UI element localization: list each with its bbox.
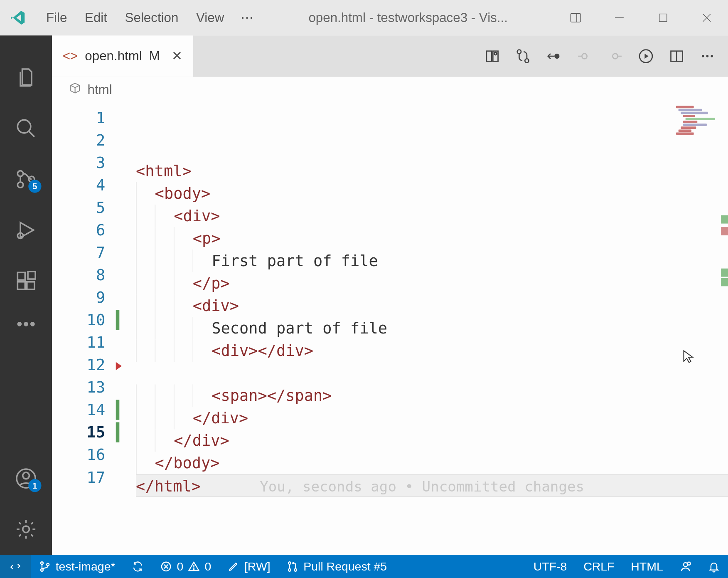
tab-close-icon[interactable]: ✕ xyxy=(172,49,182,64)
search-icon[interactable] xyxy=(0,103,52,153)
minimap[interactable] xyxy=(674,105,723,141)
svg-rect-15 xyxy=(28,272,35,279)
code-line[interactable] xyxy=(136,497,728,519)
eol-indicator[interactable]: CRLF xyxy=(575,555,622,578)
line-number: 12 xyxy=(52,353,105,376)
scm-badge: 5 xyxy=(28,180,41,193)
menu-more-icon[interactable]: ⋯ xyxy=(241,10,253,25)
code-line[interactable]: First part of file xyxy=(136,249,728,272)
tab-bar: <> open.html M ✕ xyxy=(52,35,728,77)
source-control-icon[interactable]: 5 xyxy=(0,154,52,205)
svg-point-24 xyxy=(494,52,497,55)
rw-label: [RW] xyxy=(244,560,271,573)
line-number: 10 xyxy=(52,309,105,331)
notifications-icon[interactable] xyxy=(700,555,728,578)
menu-view[interactable]: View xyxy=(196,10,224,25)
editor-more-icon[interactable] xyxy=(698,47,716,65)
errors-count: 0 xyxy=(177,560,183,573)
breadcrumb-item[interactable]: html xyxy=(87,82,112,98)
remote-indicator-icon[interactable] xyxy=(0,555,31,578)
svg-rect-12 xyxy=(17,272,25,280)
line-number: 11 xyxy=(52,331,105,353)
code-line[interactable]: <span></span> xyxy=(136,384,728,407)
vscode-logo-icon xyxy=(8,8,27,27)
code-line[interactable]: </body> xyxy=(136,452,728,474)
problems-indicator[interactable]: 0 0 xyxy=(152,555,219,578)
gutter-decorations xyxy=(116,103,122,555)
accounts-badge: 1 xyxy=(28,479,41,492)
html-file-icon: <> xyxy=(63,49,78,64)
run-debug-icon[interactable] xyxy=(0,205,52,255)
code-line[interactable]: </div> xyxy=(136,407,728,429)
activity-bar: 5 1 xyxy=(0,35,52,555)
menu-file[interactable]: File xyxy=(46,10,67,25)
editor-area[interactable]: 1234567891011121314151617 <html><body><d… xyxy=(52,103,728,555)
code-line[interactable]: Second part of file xyxy=(136,317,728,339)
minimize-button[interactable] xyxy=(606,6,632,30)
nav-back-icon[interactable] xyxy=(576,47,593,65)
encoding-indicator[interactable]: UTF-8 xyxy=(525,555,575,578)
code-line[interactable]: </html>You, seconds ago • Uncommitted ch… xyxy=(136,474,728,497)
maximize-button[interactable] xyxy=(650,6,676,30)
breadcrumb[interactable]: html xyxy=(52,77,728,103)
feedback-icon[interactable] xyxy=(671,555,700,578)
explorer-icon[interactable] xyxy=(0,52,52,103)
line-number: 15 xyxy=(52,421,105,444)
line-number: 9 xyxy=(52,286,105,309)
settings-gear-icon[interactable] xyxy=(0,504,52,555)
language-indicator[interactable]: HTML xyxy=(622,555,671,578)
svg-point-50 xyxy=(295,569,297,571)
close-button[interactable] xyxy=(694,6,720,30)
accounts-icon[interactable]: 1 xyxy=(0,453,52,504)
run-icon[interactable] xyxy=(637,47,655,65)
eol-label: CRLF xyxy=(583,560,614,573)
svg-point-47 xyxy=(194,569,194,570)
more-views-icon[interactable] xyxy=(0,306,52,342)
line-number: 8 xyxy=(52,264,105,286)
line-number-gutter: 1234567891011121314151617 xyxy=(52,103,116,555)
svg-point-18 xyxy=(31,323,34,326)
code-line[interactable]: <div></div> xyxy=(136,339,728,362)
code-line[interactable]: <body> xyxy=(136,182,728,205)
line-number: 2 xyxy=(52,129,105,151)
code-line[interactable]: <div> xyxy=(136,205,728,227)
svg-point-17 xyxy=(25,323,27,326)
menu-selection[interactable]: Selection xyxy=(125,10,179,25)
branch-indicator[interactable]: test-image* xyxy=(31,555,124,578)
warnings-count: 0 xyxy=(204,560,211,573)
prev-change-icon[interactable] xyxy=(545,47,563,65)
nav-forward-icon[interactable] xyxy=(606,47,624,65)
pull-request-indicator[interactable]: Pull Request #5 xyxy=(279,555,395,578)
tab-modified-flag: M xyxy=(149,49,160,64)
layout-toggle-button[interactable] xyxy=(563,6,589,30)
encoding-label: UTF-8 xyxy=(534,560,567,573)
svg-point-6 xyxy=(17,120,31,133)
svg-point-52 xyxy=(687,562,690,565)
code-line[interactable]: </p> xyxy=(136,272,728,294)
code-line[interactable] xyxy=(136,362,728,384)
code-line[interactable]: <p> xyxy=(136,227,728,249)
overview-ruler[interactable] xyxy=(721,103,728,555)
svg-point-37 xyxy=(706,55,709,57)
open-changes-icon[interactable] xyxy=(483,47,501,65)
menu-edit[interactable]: Edit xyxy=(85,10,107,25)
readwrite-indicator[interactable]: [RW] xyxy=(219,555,278,578)
tab-open-html[interactable]: <> open.html M ✕ xyxy=(52,35,193,77)
code-line[interactable]: </div> xyxy=(136,430,728,452)
extensions-icon[interactable] xyxy=(0,255,52,306)
svg-point-42 xyxy=(47,563,49,566)
split-editor-icon[interactable] xyxy=(668,47,686,65)
git-compare-icon[interactable] xyxy=(514,47,532,65)
code-line[interactable] xyxy=(136,519,728,542)
status-bar: test-image* 0 0 [RW] Pull Request #5 UTF… xyxy=(0,555,728,578)
sync-button[interactable] xyxy=(123,555,152,578)
tab-filename: open.html xyxy=(85,49,142,64)
breadcrumb-symbol-icon xyxy=(69,82,81,98)
language-label: HTML xyxy=(631,560,663,573)
code-line[interactable]: <html> xyxy=(136,160,728,182)
titlebar: File Edit Selection View ⋯ open.html - t… xyxy=(0,0,728,35)
code-content[interactable]: <html><body><div><p>First part of file</… xyxy=(122,103,728,555)
svg-point-40 xyxy=(41,562,43,564)
line-number: 7 xyxy=(52,241,105,264)
code-line[interactable]: <div> xyxy=(136,294,728,317)
